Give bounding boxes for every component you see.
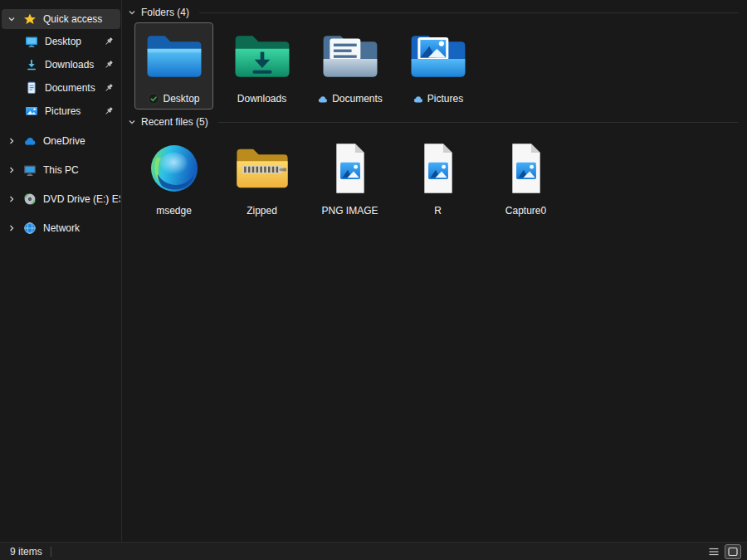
pictures-folder-icon (408, 26, 469, 90)
recent-tile-msedge[interactable]: msedge (134, 137, 213, 220)
sidebar-item-desktop[interactable]: Desktop (2, 31, 120, 52)
pin-icon (104, 106, 114, 116)
view-switcher (706, 543, 741, 560)
recent-tile-label: R (434, 205, 442, 217)
large-icons-view-button[interactable] (725, 544, 741, 559)
chevron-down-icon[interactable] (128, 8, 136, 17)
pin-icon (104, 37, 114, 46)
recent-files-row: msedge Zipped PNG IMAGE R Capture0 (134, 137, 565, 220)
sidebar-item-documents[interactable]: Documents (2, 77, 120, 99)
recent-tile-capture0[interactable]: Capture0 (486, 137, 565, 220)
pin-icon (104, 60, 114, 70)
section-divider (199, 12, 739, 13)
sidebar-item-pictures[interactable]: Pictures (2, 100, 120, 122)
sidebar-item-dvd-drive[interactable]: DVD Drive (E:) ESD- (2, 188, 120, 210)
folder-tile-label: Pictures (427, 93, 463, 105)
section-divider (218, 122, 739, 123)
folders-row: Desktop Downloads Documents (134, 22, 477, 110)
onedrive-icon (23, 134, 37, 148)
items-count: 9 items (10, 546, 42, 558)
section-header-recent-files: Recent files (5) (128, 115, 739, 129)
zip-folder-icon (233, 141, 291, 196)
section-title: Recent files (5) (141, 116, 208, 128)
chevron-right-icon[interactable] (7, 224, 16, 232)
folder-tile-documents[interactable]: Documents (310, 22, 389, 110)
section-header-folders: Folders (4) (128, 6, 739, 19)
folder-tile-label: Downloads (237, 93, 286, 105)
details-view-button[interactable] (706, 544, 722, 559)
chevron-down-icon[interactable] (7, 15, 16, 23)
sidebar-item-label: Pictures (45, 105, 81, 117)
recent-tile-png-image[interactable]: PNG IMAGE (310, 137, 389, 220)
chevron-right-icon[interactable] (7, 195, 16, 203)
content-pane: Folders (4) Desktop Downloads (123, 0, 747, 542)
sidebar-item-label: Desktop (45, 36, 81, 47)
navigation-pane: Quick access Desktop Downloads Documents (0, 0, 122, 542)
recent-tile-r[interactable]: R (398, 137, 477, 220)
sidebar-item-onedrive[interactable]: OneDrive (2, 130, 120, 152)
folder-tile-desktop[interactable]: Desktop (134, 22, 213, 110)
network-icon (23, 222, 37, 235)
image-file-icon (506, 141, 546, 196)
folder-tile-downloads[interactable]: Downloads (222, 22, 301, 110)
section-title: Folders (4) (141, 7, 189, 18)
sidebar-item-label: Network (43, 222, 80, 234)
sidebar-item-label: This PC (43, 164, 79, 176)
recent-tile-label: PNG IMAGE (321, 205, 378, 217)
image-file-icon (330, 141, 370, 196)
pictures-icon (25, 105, 38, 118)
documents-icon (25, 81, 38, 95)
sidebar-item-label: Downloads (45, 59, 94, 71)
folder-tile-pictures[interactable]: Pictures (398, 22, 477, 110)
sidebar-item-downloads[interactable]: Downloads (2, 54, 120, 75)
pin-icon (104, 83, 114, 93)
sidebar-item-network[interactable]: Network (2, 217, 120, 239)
downloads-folder-icon (232, 26, 293, 90)
chevron-down-icon[interactable] (128, 118, 136, 126)
chevron-right-icon[interactable] (7, 166, 16, 174)
chevron-right-icon[interactable] (7, 137, 16, 145)
sidebar-item-quick-access[interactable]: Quick access (2, 9, 120, 29)
downloads-icon (25, 58, 38, 71)
sync-status-icon (148, 93, 159, 105)
sidebar-item-label: Documents (45, 82, 95, 94)
recent-tile-label: msedge (156, 205, 192, 217)
cloud-status-icon (413, 94, 424, 104)
dvd-icon (23, 192, 37, 206)
blue-folder-icon (144, 26, 205, 90)
status-divider (51, 547, 51, 557)
recent-tile-label: Zipped (247, 205, 277, 217)
cloud-status-icon (317, 94, 329, 104)
this-pc-icon (23, 163, 37, 177)
recent-tile-label: Capture0 (505, 205, 546, 217)
desktop-icon (25, 35, 38, 48)
folder-tile-label: Desktop (163, 93, 199, 105)
recent-tile-zipped[interactable]: Zipped (222, 137, 301, 220)
sidebar-item-label: DVD Drive (E:) ESD- (43, 193, 120, 205)
documents-folder-icon (320, 26, 381, 90)
image-file-icon (418, 141, 458, 196)
folder-tile-label: Documents (332, 93, 383, 105)
edge-logo-icon (148, 141, 201, 196)
sidebar-item-label: OneDrive (43, 135, 85, 147)
status-bar: 9 items (0, 542, 747, 560)
sidebar-item-label: Quick access (43, 13, 102, 25)
sidebar-item-this-pc[interactable]: This PC (2, 159, 120, 181)
quick-access-star-icon (23, 12, 37, 26)
